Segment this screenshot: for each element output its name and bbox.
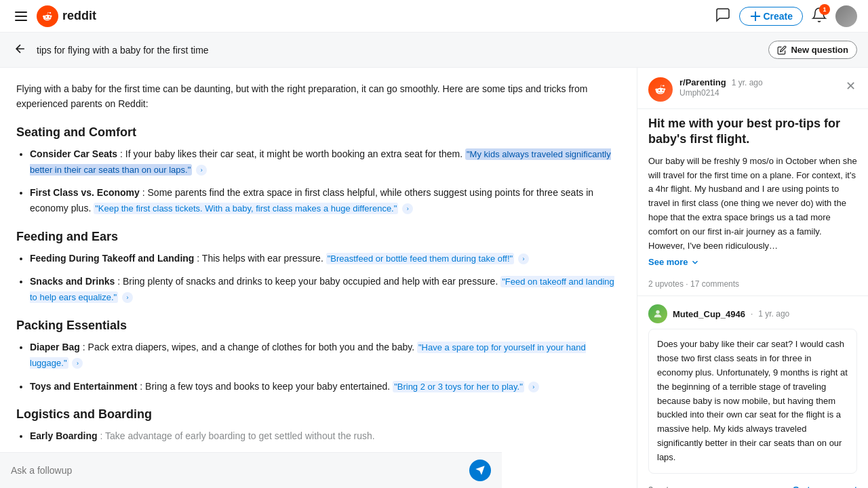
- search-input[interactable]: [37, 45, 762, 56]
- subreddit-meta: r/Parenting 1 yr. ago Umph0214: [679, 77, 763, 98]
- reddit-wordmark: reddit: [62, 9, 96, 23]
- left-panel: Flying with a baby for the first time ca…: [0, 68, 637, 488]
- followup-input[interactable]: [11, 465, 462, 476]
- list-item: Toys and Entertainment : Bring a few toy…: [30, 379, 620, 394]
- new-question-button[interactable]: New question: [768, 41, 857, 59]
- post-body: Our baby will be freshly 9 mos/o in Octo…: [648, 155, 857, 253]
- subreddit-avatar: [648, 77, 673, 102]
- new-question-label: New question: [791, 45, 848, 55]
- comment-section: Muted_Cup_4946 · 1 yr. ago Does your bab…: [637, 296, 868, 488]
- item-text: : Bring plenty of snacks and drinks to k…: [117, 276, 500, 287]
- chevron-right-icon: ›: [518, 253, 529, 264]
- user-avatar[interactable]: [835, 5, 857, 27]
- notification-badge: 1: [819, 4, 830, 15]
- seating-list: Consider Car Seats : If your baby likes …: [16, 146, 620, 216]
- post-stats: 2 upvotes · 17 comments: [637, 275, 868, 296]
- item-text: : Pack extra diapers, wipes, and a chang…: [83, 342, 417, 352]
- notification-icon[interactable]: 1: [811, 7, 827, 25]
- back-button[interactable]: [11, 39, 30, 60]
- feeding-list: Feeding During Takeoff and Landing : Thi…: [16, 251, 620, 305]
- header-right: Create 1: [715, 5, 857, 27]
- post-user: Umph0214: [679, 88, 763, 98]
- reddit-icon: [37, 5, 58, 27]
- comment-body: Does your baby like their car seat? I wo…: [657, 339, 848, 462]
- header-left: reddit: [11, 5, 96, 27]
- list-item: Diaper Bag : Pack extra diapers, wipes, …: [30, 340, 620, 371]
- post-header: r/Parenting 1 yr. ago Umph0214 ✕: [637, 68, 868, 109]
- item-label: Early Boarding: [30, 430, 98, 441]
- subreddit-logo-icon: [653, 82, 668, 97]
- header: reddit Create 1: [0, 0, 868, 33]
- comment-header: Muted_Cup_4946 · 1 yr. ago: [648, 304, 857, 323]
- item-label: Consider Car Seats: [30, 148, 117, 159]
- item-label: Snacks and Drinks: [30, 276, 115, 287]
- section-title-packing: Packing Essentials: [16, 319, 620, 333]
- logistics-list: Early Boarding : Take advantage of early…: [16, 428, 620, 443]
- citation-link[interactable]: "Breastfeed or bottle feed them during t…: [326, 253, 515, 264]
- send-button[interactable]: [469, 460, 491, 481]
- section-title-logistics: Logistics and Boarding: [16, 407, 620, 422]
- send-icon: [475, 465, 486, 476]
- section-title-seating: Seating and Comfort: [16, 125, 620, 140]
- item-text: : This helps with ear pressure.: [197, 253, 326, 264]
- comment-time: 1 yr. ago: [758, 309, 789, 319]
- citation-link[interactable]: "Bring 2 or 3 toys for her to play.": [393, 381, 524, 392]
- list-item: Consider Car Seats : If your baby likes …: [30, 146, 620, 178]
- chevron-right-icon: ›: [72, 358, 83, 369]
- hamburger-menu[interactable]: [11, 7, 31, 25]
- section-title-feeding: Feeding and Ears: [16, 230, 620, 244]
- create-label: Create: [763, 11, 793, 22]
- chevron-right-icon: ›: [402, 203, 413, 214]
- packing-list: Diaper Bag : Pack extra diapers, wipes, …: [16, 340, 620, 394]
- comment-username: Muted_Cup_4946: [673, 309, 745, 319]
- reddit-snoo-icon: [41, 9, 54, 23]
- item-label: Diaper Bag: [30, 342, 80, 352]
- item-label: First Class vs. Economy: [30, 187, 140, 198]
- subreddit-info: r/Parenting 1 yr. ago Umph0214: [648, 77, 763, 102]
- item-text: : If your baby likes their car seat, it …: [120, 148, 465, 159]
- subreddit-name: r/Parenting: [679, 77, 726, 87]
- reddit-logo[interactable]: reddit: [37, 5, 96, 27]
- comment-box: Does your baby like their car seat? I wo…: [648, 329, 857, 473]
- list-item: First Class vs. Economy : Some parents f…: [30, 185, 620, 216]
- comment-footer: 8 votes Go to comment: [648, 481, 857, 488]
- right-panel: r/Parenting 1 yr. ago Umph0214 ✕ Hit me …: [637, 68, 868, 488]
- item-label: Feeding During Takeoff and Landing: [30, 253, 194, 264]
- see-more-label: See more: [648, 257, 688, 267]
- chevron-right-icon: ›: [196, 165, 207, 176]
- list-item: Snacks and Drinks : Bring plenty of snac…: [30, 274, 620, 305]
- citation-link[interactable]: "Keep the first class tickets. With a ba…: [94, 203, 398, 214]
- post-time: 1 yr. ago: [732, 78, 763, 87]
- chevron-right-icon: ›: [528, 382, 539, 392]
- create-button[interactable]: Create: [739, 7, 803, 26]
- list-item: Early Boarding : Take advantage of early…: [30, 428, 620, 443]
- intro-text: Flying with a baby for the first time ca…: [16, 81, 620, 112]
- post-title: Hit me with your best pro-tips for baby'…: [648, 116, 857, 148]
- main-layout: Flying with a baby for the first time ca…: [0, 68, 868, 488]
- chevron-right-icon: ›: [122, 292, 133, 303]
- svg-point-1: [656, 310, 659, 314]
- go-to-comment-button[interactable]: Go to comment: [793, 485, 857, 488]
- item-text: : Take advantage of early boarding to ge…: [100, 430, 374, 441]
- close-button[interactable]: ✕: [844, 77, 857, 95]
- item-text: : Bring a few toys and books to keep you…: [140, 381, 393, 392]
- see-more-button[interactable]: See more: [648, 257, 700, 267]
- search-bar: New question: [0, 33, 868, 68]
- list-item: Feeding During Takeoff and Landing : Thi…: [30, 251, 620, 266]
- votes-count: 8 votes: [648, 485, 679, 488]
- post-content: Hit me with your best pro-tips for baby'…: [637, 109, 868, 275]
- comment-avatar: [648, 304, 667, 323]
- chat-icon[interactable]: [715, 7, 731, 25]
- bottom-bar: [0, 452, 502, 488]
- item-label: Toys and Entertainment: [30, 381, 137, 392]
